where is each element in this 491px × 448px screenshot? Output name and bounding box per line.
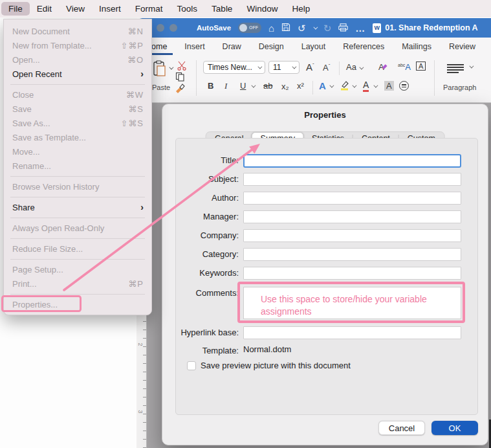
menubar-item-window[interactable]: Window [239,2,285,16]
menubar-item-edit[interactable]: Edit [30,2,59,16]
template-label: Template: [162,344,239,357]
menubar-item-insert[interactable]: Insert [92,2,128,16]
properties-dialog: Properties GeneralSummaryStatisticsConte… [162,104,488,445]
menu-item-reduce-file-size: Reduce File Size... [4,241,151,256]
paragraph-chevron-icon[interactable] [469,64,474,69]
clear-formatting-icon[interactable]: A [378,62,389,72]
menubar-item-view[interactable]: View [59,2,92,16]
menu-item-label: Browse Version History [12,182,99,192]
font-color-chevron-icon[interactable] [373,84,378,88]
menu-item-label: Close [12,90,34,100]
menu-item-move: Move... [4,144,151,159]
print-icon[interactable] [338,23,348,33]
ribbon-tab-layout[interactable]: Layout [301,42,326,51]
menubar-item-table[interactable]: Table [204,2,239,16]
manager-input[interactable] [243,210,461,223]
minimize-window-button[interactable] [157,24,164,32]
menu-item-save-as: Save As...⇧⌘S [4,116,151,130]
ribbon-tab-mailings[interactable]: Mailings [402,42,431,51]
category-label: Category: [162,248,239,261]
menu-item-label: Always Open Read-Only [12,223,104,233]
author-input[interactable] [243,192,461,205]
more-icon[interactable]: … [355,23,366,33]
home-icon[interactable]: ⌂ [268,23,274,33]
paragraph-label: Paragraph [443,84,476,91]
menubar-item-help[interactable]: Help [285,2,317,16]
shading-button[interactable]: A [384,81,394,91]
highlight-button[interactable] [340,80,349,93]
menu-item-label: Save as Template... [12,133,86,142]
format-painter-icon[interactable] [174,82,186,96]
ok-button[interactable]: OK [431,421,478,435]
document-title: W 01. Share Redemption A [373,23,477,33]
menubar-item-tools[interactable]: Tools [170,2,205,16]
redo-icon[interactable]: ↻ [323,23,332,33]
document-title-text: 01. Share Redemption A [385,23,477,32]
zoom-window-button[interactable] [169,24,177,32]
field-row: Title: [162,154,488,167]
cut-icon[interactable] [177,60,187,73]
save-preview-checkbox[interactable] [187,361,196,370]
cancel-button[interactable]: Cancel [378,421,425,435]
menubar-item-format[interactable]: Format [128,2,170,16]
italic-button[interactable]: I [224,81,227,91]
subject-input[interactable] [243,173,461,186]
font-name-dropdown[interactable]: Times New... [203,61,265,74]
ribbon-tab-insert[interactable]: Insert [184,42,204,51]
text-effects-button[interactable]: A [319,80,326,91]
autosave-label: AutoSave [197,24,231,32]
paste-chevron-icon[interactable] [169,65,173,70]
menu-shortcut: ⌘N [128,27,144,36]
menu-item-print: Print...⌘P [4,276,151,291]
shrink-font-button[interactable]: Aˇ [323,63,330,73]
phonetic-guide-icon[interactable]: abcA [398,62,411,72]
strikethrough-button[interactable]: ab [263,81,272,91]
ruler-number: 3 [137,410,144,413]
menubar-item-file[interactable]: File [1,2,30,16]
keywords-input[interactable] [243,267,461,280]
title-input[interactable] [243,154,461,168]
undo-chevron-icon[interactable] [313,25,318,29]
menu-item-label: New from Template... [12,41,92,50]
menu-separator [4,256,151,262]
menu-item-label: Page Setup... [12,265,63,274]
field-row: Author: [162,192,488,205]
bold-button[interactable]: B [208,81,213,91]
ribbon-tab-references[interactable]: References [343,42,384,51]
ribbon-tab-review[interactable]: Review [449,42,475,51]
menu-separator [4,214,151,221]
save-preview-row[interactable]: Save preview picture with this document [187,361,351,370]
menu-item-label: Reduce File Size... [12,244,83,254]
menu-shortcut: ⌘S [128,104,144,114]
menu-item-label: Share [12,203,35,212]
save-icon[interactable] [281,23,290,33]
hyperlink-base-input[interactable] [243,326,461,339]
ribbon-tab-draw[interactable]: Draw [223,42,241,51]
menu-item-share[interactable]: Share› [4,200,151,214]
underline-chevron-icon[interactable] [251,84,256,88]
superscript-button[interactable]: x² [297,81,304,91]
ribbon-tab-design[interactable]: Design [259,42,284,51]
menu-separator [4,194,151,200]
menu-item-label: Print... [12,279,37,289]
text-effects-chevron-icon[interactable] [329,84,334,88]
menu-item-open-recent[interactable]: Open Recent› [4,67,151,81]
menu-item-page-setup: Page Setup... [4,262,151,276]
character-border-icon[interactable]: A [416,62,426,71]
font-color-button[interactable]: A [363,80,369,92]
enclose-characters-icon[interactable] [399,81,409,91]
autosave-toggle[interactable]: OFF [238,23,261,33]
undo-icon[interactable]: ↺ [298,23,306,33]
underline-button[interactable]: U [240,81,246,91]
line-spacing-icon[interactable] [447,63,464,74]
comments-textarea[interactable]: Use this space to store/hide your variab… [243,287,461,319]
font-size-dropdown[interactable]: 11 [268,61,300,74]
paste-button[interactable] [152,60,166,79]
category-input[interactable] [243,248,461,261]
company-input[interactable] [243,229,461,242]
change-case-button[interactable]: Aa [346,62,362,72]
submenu-arrow-icon: › [140,204,144,210]
highlight-chevron-icon[interactable] [352,84,356,88]
grow-font-button[interactable]: Aˆ [306,62,314,73]
subscript-button[interactable]: x₂ [281,82,289,91]
